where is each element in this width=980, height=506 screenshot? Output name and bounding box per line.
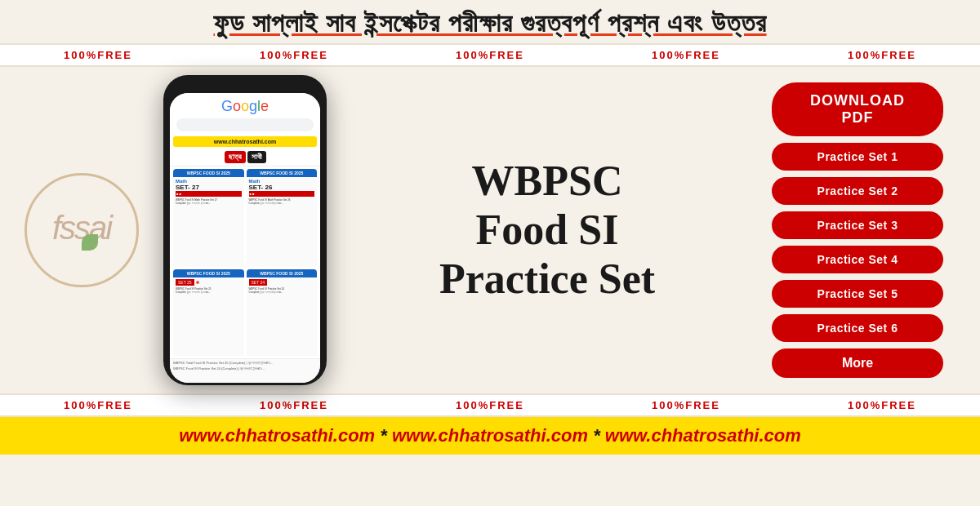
phone-thumbnails: WBPSC FOOD SI 2025 Math SET- 27 ■ ■ WBPS… — [170, 166, 320, 358]
thumb-4-body: SET 24 WBPSC Food SI Practice Set 24Comp… — [247, 277, 318, 356]
thumb-1-body: Math SET- 27 ■ ■ WBPSC Food SI Math Prac… — [173, 177, 244, 267]
phone-google-bar: Google — [170, 93, 320, 135]
phone-screen: Google www.chhatrosathi.com ছাত্র সাথী W… — [170, 93, 320, 383]
thumb-4-header: WBPSC FOOD SI 2025 — [247, 269, 318, 277]
center-text-block: WBPSC Food SI Practice Set — [327, 157, 768, 303]
footer-link-2[interactable]: www.chhatrosathi.com — [392, 425, 588, 446]
brand-right: সাথী — [247, 151, 266, 163]
thumb-3: WBPSC FOOD SI 2025 SET 25 🔴 WBPSC Food S… — [173, 269, 244, 356]
bottom-free-4: 100%FREE — [652, 399, 720, 411]
download-pdf-button[interactable]: DOWNLOAD PDF — [772, 82, 943, 136]
right-panel: DOWNLOAD PDF Practice Set 1 Practice Set… — [768, 82, 947, 378]
practice-set-6-button[interactable]: Practice Set 6 — [772, 314, 943, 342]
phone-url-bar: www.chhatrosathi.com — [173, 136, 317, 147]
practice-set-1-button[interactable]: Practice Set 1 — [772, 143, 943, 171]
google-logo: Google — [221, 98, 269, 115]
thumb-4: WBPSC FOOD SI 2025 SET 24 WBPSC Food SI … — [247, 269, 318, 356]
phone-notch — [220, 82, 270, 90]
practice-set-5-button[interactable]: Practice Set 5 — [772, 280, 943, 308]
bottom-free-5: 100%FREE — [848, 399, 916, 411]
practice-set-4-button[interactable]: Practice Set 4 — [772, 246, 943, 273]
fssai-leaf-icon — [82, 234, 98, 251]
free-label-4: 100%FREE — [652, 49, 720, 61]
bottom-free-3: 100%FREE — [456, 399, 524, 411]
phone-bottom-area: WBPSC Total Food SI Practice Set 25 (Com… — [170, 358, 320, 383]
free-label-3: 100%FREE — [456, 49, 524, 61]
phone-brand-logo: ছাত্র সাথী — [170, 149, 320, 166]
wbpsc-title: WBPSC Food SI Practice Set — [351, 157, 743, 303]
bottom-free-1: 100%FREE — [64, 399, 132, 411]
footer: www.chhatrosathi.com * www.chhatrosathi.… — [0, 417, 980, 455]
footer-separator-1: * — [380, 425, 392, 446]
thumb-3-header: WBPSC FOOD SI 2025 — [173, 269, 244, 277]
footer-link-3[interactable]: www.chhatrosathi.com — [605, 425, 801, 446]
bottom-free-2: 100%FREE — [260, 399, 328, 411]
free-label-5: 100%FREE — [848, 49, 916, 61]
phone-device: Google www.chhatrosathi.com ছাত্র সাথী W… — [163, 75, 327, 385]
thumb-2-body: Math SET- 26 ■ ■ WBPSC Food SI Math Prac… — [247, 177, 318, 267]
phone-search-bar — [176, 118, 314, 131]
thumb-1: WBPSC FOOD SI 2025 Math SET- 27 ■ ■ WBPS… — [173, 169, 244, 267]
page-title: ফুড সাপ্লাই সাব ইন্সপেক্টর পরীক্ষার গুরত… — [0, 0, 980, 43]
thumb-2: WBPSC FOOD SI 2025 Math SET- 26 ■ ■ WBPS… — [247, 169, 318, 267]
practice-set-2-button[interactable]: Practice Set 2 — [772, 177, 943, 205]
phone-mockup: Google www.chhatrosathi.com ছাত্র সাথী W… — [163, 75, 327, 385]
practice-set-3-button[interactable]: Practice Set 3 — [772, 211, 943, 239]
more-button[interactable]: More — [772, 348, 943, 378]
free-label-1: 100%FREE — [64, 49, 132, 61]
brand-left: ছাত্র — [225, 151, 246, 163]
thumb-3-body: SET 25 🔴 WBPSC Food SI Practice Set 25Co… — [173, 277, 244, 356]
fssai-logo: fssai — [24, 173, 139, 287]
footer-separator-2: * — [593, 425, 605, 446]
top-free-bar: 100%FREE 100%FREE 100%FREE 100%FREE 100%… — [0, 43, 980, 67]
thumb-2-header: WBPSC FOOD SI 2025 — [247, 169, 318, 177]
main-content: fssai Google www.chhatrosathi.com ছাত্র — [0, 67, 980, 393]
bottom-free-bar: 100%FREE 100%FREE 100%FREE 100%FREE 100%… — [0, 393, 980, 417]
footer-link-1[interactable]: www.chhatrosathi.com — [179, 425, 375, 446]
thumb-1-header: WBPSC FOOD SI 2025 — [173, 169, 244, 177]
free-label-2: 100%FREE — [260, 49, 328, 61]
